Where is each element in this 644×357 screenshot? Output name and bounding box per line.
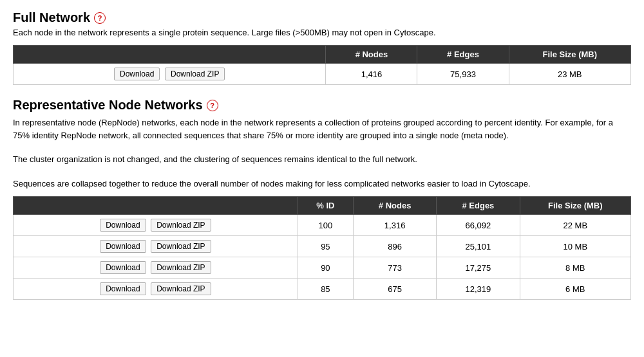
full-network-table: # Nodes # Edges File Size (MB) Download … [13, 45, 631, 85]
rep-pct-id-3: 85 [298, 279, 353, 300]
rep-network-buttons-cell-3: Download Download ZIP [14, 279, 298, 300]
rep-download-zip-button-2[interactable]: Download ZIP [151, 261, 211, 274]
full-network-nodes: 1,416 [326, 64, 417, 85]
rep-download-button-2[interactable]: Download [100, 261, 146, 274]
rep-networks-section: Representative Node Networks ? In repres… [13, 98, 631, 300]
full-network-help-icon[interactable]: ? [94, 12, 106, 24]
rep-download-zip-button-0[interactable]: Download ZIP [151, 219, 211, 232]
rep-filesize-3: 6 MB [520, 279, 630, 300]
full-network-buttons-cell: Download Download ZIP [14, 64, 326, 85]
full-network-filesize: 23 MB [509, 64, 630, 85]
rep-edges-3: 12,319 [437, 279, 520, 300]
full-network-description: Each node in the network represents a si… [13, 28, 631, 37]
rep-nodes-3: 675 [353, 279, 436, 300]
full-network-download-button[interactable]: Download [114, 68, 160, 80]
full-network-edges: 75,933 [417, 64, 509, 85]
rep-col-header-edges: # Edges [437, 197, 520, 215]
rep-networks-desc-1: In representative node (RepNode) network… [13, 116, 631, 142]
full-network-col-header-nodes: # Nodes [326, 46, 417, 64]
full-network-col-header-edges: # Edges [417, 46, 509, 64]
full-network-download-zip-button[interactable]: Download ZIP [165, 68, 225, 80]
rep-networks-desc-3: Sequences are collapsed together to redu… [13, 178, 631, 190]
full-network-col-header-actions [14, 46, 326, 64]
rep-filesize-2: 8 MB [520, 257, 630, 279]
full-network-row: Download Download ZIP 1,416 75,933 23 MB [14, 64, 631, 85]
rep-edges-1: 25,101 [437, 236, 520, 257]
rep-network-row: Download Download ZIP 90 773 17,275 8 MB [14, 257, 631, 279]
rep-col-header-actions [14, 197, 298, 215]
rep-networks-table: % ID # Nodes # Edges File Size (MB) Down… [13, 196, 631, 300]
rep-pct-id-0: 100 [298, 215, 353, 236]
rep-download-button-0[interactable]: Download [100, 219, 146, 232]
rep-col-header-pct: % ID [298, 197, 353, 215]
full-network-section: Full Network ? Each node in the network … [13, 10, 631, 85]
full-network-col-header-size: File Size (MB) [509, 46, 630, 64]
rep-nodes-0: 1,316 [353, 215, 436, 236]
rep-col-header-nodes: # Nodes [353, 197, 436, 215]
rep-filesize-1: 10 MB [520, 236, 630, 257]
rep-networks-help-icon[interactable]: ? [207, 100, 218, 111]
rep-download-zip-button-3[interactable]: Download ZIP [151, 282, 211, 295]
rep-network-row: Download Download ZIP 85 675 12,319 6 MB [14, 279, 631, 300]
rep-nodes-2: 773 [353, 257, 436, 279]
rep-network-row: Download Download ZIP 100 1,316 66,092 2… [14, 215, 631, 236]
rep-col-header-size: File Size (MB) [520, 197, 630, 215]
rep-network-buttons-cell-2: Download Download ZIP [14, 257, 298, 279]
rep-nodes-1: 896 [353, 236, 436, 257]
rep-pct-id-1: 95 [298, 236, 353, 257]
rep-download-button-1[interactable]: Download [100, 240, 146, 253]
rep-edges-2: 17,275 [437, 257, 520, 279]
rep-network-buttons-cell-1: Download Download ZIP [14, 236, 298, 257]
rep-network-buttons-cell-0: Download Download ZIP [14, 215, 298, 236]
rep-edges-0: 66,092 [437, 215, 520, 236]
full-network-title: Full Network ? [13, 10, 631, 25]
rep-networks-desc-2: The cluster organization is not changed,… [13, 153, 631, 166]
rep-download-zip-button-1[interactable]: Download ZIP [151, 240, 211, 253]
rep-networks-title: Representative Node Networks ? [13, 98, 631, 113]
rep-pct-id-2: 90 [298, 257, 353, 279]
rep-filesize-0: 22 MB [520, 215, 630, 236]
rep-download-button-3[interactable]: Download [100, 282, 146, 295]
rep-network-row: Download Download ZIP 95 896 25,101 10 M… [14, 236, 631, 257]
